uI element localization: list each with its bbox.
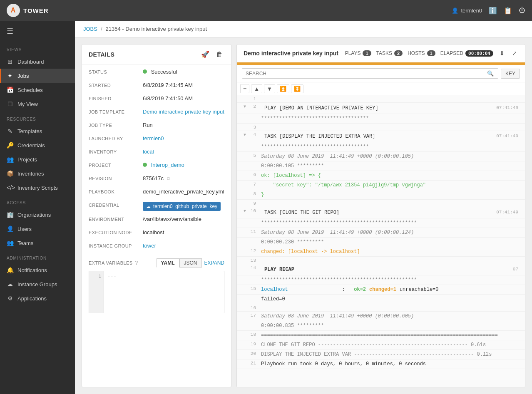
scroll-bottom-button[interactable]: ⏬: [291, 84, 303, 93]
line-number: [247, 143, 256, 144]
users-icon: 👤: [7, 225, 13, 232]
log-line: 6ok: [localhost] => {: [237, 171, 525, 181]
line-content: ok: [localhost] => {: [258, 171, 525, 180]
dashboard-icon: ⊞: [7, 58, 13, 65]
download-button[interactable]: ⬇: [498, 49, 506, 58]
line-toggle[interactable]: ▼: [244, 208, 246, 213]
inventory-link[interactable]: local: [143, 149, 154, 155]
details-row-launched-by: LAUNCHED BY termlen0: [82, 133, 231, 146]
help-icon[interactable]: ?: [135, 260, 138, 266]
output-panel: Demo interactive private key input PLAYS…: [236, 44, 525, 387]
sidebar-item-instance-groups[interactable]: ☁ Instance Groups: [0, 277, 75, 291]
yaml-tab[interactable]: YAML: [157, 258, 179, 268]
sidebar-item-label: Schedules: [17, 87, 43, 93]
line-number: 6: [247, 172, 256, 177]
inventories-icon: 📦: [7, 170, 13, 177]
sidebar-item-myview[interactable]: ☐ My View: [0, 97, 75, 111]
launch-button[interactable]: 🚀: [199, 50, 211, 59]
elapsed-label: ELAPSED: [440, 50, 463, 56]
recap-unreachable-value: unreachable=0: [400, 287, 439, 292]
log-line: 16: [237, 304, 525, 312]
sidebar-item-label: Templates: [17, 128, 42, 134]
sidebar-item-credentials[interactable]: 🔑 Credentials: [0, 138, 75, 152]
log-line: 13: [237, 257, 525, 264]
plays-count: 1: [363, 50, 371, 56]
details-row-project: PROJECT Interop_demo: [82, 159, 231, 173]
json-tab[interactable]: JSON: [179, 258, 202, 268]
sidebar: ☰ VIEWS ⊞ Dashboard ✦ Jobs 📅 Schedules ☐…: [0, 21, 75, 394]
info-icon[interactable]: ℹ️: [489, 7, 497, 15]
scroll-up-button[interactable]: ▲: [251, 84, 262, 93]
line-gutter: 14: [237, 264, 258, 275]
line-content: [258, 95, 525, 102]
sidebar-item-label: Notifications: [17, 267, 47, 273]
expand-button[interactable]: EXPAND: [204, 260, 224, 266]
sidebar-item-teams[interactable]: 👥 Teams: [0, 236, 75, 250]
delete-button[interactable]: 🗑: [214, 50, 224, 59]
instance-group-value: tower: [143, 243, 224, 249]
scroll-top-button[interactable]: ⏫: [277, 84, 289, 93]
clipboard-icon[interactable]: 📋: [504, 7, 512, 15]
collapse-all-button[interactable]: −: [240, 84, 249, 93]
line-number: 1: [247, 96, 256, 102]
job-template-link[interactable]: Demo interactive private key input: [143, 109, 224, 115]
sidebar-item-label: Applications: [17, 295, 47, 302]
details-table: STATUS Successful STARTED 6/8/2019 7:41:…: [82, 64, 231, 255]
sidebar-item-dashboard[interactable]: ⊞ Dashboard: [0, 55, 75, 69]
sidebar-item-projects[interactable]: 👥 Projects: [0, 152, 75, 166]
line-content: ****************************************…: [258, 218, 525, 228]
launched-by-link[interactable]: termlen0: [143, 135, 164, 141]
search-button[interactable]: 🔍: [486, 70, 495, 77]
applications-icon: ⚙: [7, 295, 13, 302]
environment-label: ENVIRONMENT: [89, 216, 143, 222]
line-gutter: 11: [237, 228, 258, 237]
logo-icon: A: [7, 4, 20, 17]
breadcrumb: JOBS / 21354 - Demo interactive private …: [75, 21, 532, 37]
log-line: 3: [237, 124, 525, 131]
sidebar-item-schedules[interactable]: 📅 Schedules: [0, 83, 75, 97]
power-icon[interactable]: ⏻: [519, 7, 525, 14]
sidebar-item-label: Projects: [17, 156, 37, 163]
inventory-value: local: [143, 149, 224, 155]
sidebar-item-users[interactable]: 👤 Users: [0, 222, 75, 236]
sidebar-item-notifications[interactable]: 🔔 Notifications: [0, 263, 75, 277]
sidebar-item-applications[interactable]: ⚙ Applications: [0, 291, 75, 305]
hamburger-menu[interactable]: ☰: [0, 21, 75, 42]
instance-group-link[interactable]: tower: [143, 243, 156, 249]
copy-icon[interactable]: ⧉: [167, 176, 170, 181]
project-link[interactable]: Interop_demo: [151, 162, 184, 168]
execution-node-value: localhost: [143, 229, 224, 235]
line-toggle[interactable]: ▼: [244, 132, 246, 137]
sidebar-item-templates[interactable]: ✎ Templates: [0, 124, 75, 138]
line-number: [247, 219, 256, 220]
line-gutter: ▼4: [237, 131, 258, 142]
search-input[interactable]: [246, 71, 486, 77]
app-logo[interactable]: A TOWER: [7, 4, 49, 17]
line-gutter: 16: [237, 304, 258, 311]
line-content: [258, 257, 525, 264]
recap-host: localhost: [261, 287, 342, 292]
playbook-value: demo_interactive_private_key.yml: [143, 188, 224, 195]
user-info[interactable]: 👤 termlen0: [452, 7, 482, 14]
line-number: 10: [247, 208, 256, 213]
key-button[interactable]: KEY: [501, 69, 520, 79]
line-content: "secret_key": "/tmp/awx_21354_pi4gjlg9/t…: [258, 181, 525, 190]
line-gutter: [237, 321, 258, 330]
sidebar-item-inventories[interactable]: 📦 Inventories: [0, 166, 75, 181]
sidebar-item-jobs[interactable]: ✦ Jobs: [0, 69, 75, 83]
breadcrumb-jobs-link[interactable]: JOBS: [83, 26, 97, 32]
credential-badge[interactable]: ☁ termlen0_github_private_key: [143, 202, 221, 211]
sidebar-item-organizations[interactable]: 🏢 Organizations: [0, 208, 75, 222]
editor-content[interactable]: ---: [104, 271, 224, 313]
log-output[interactable]: 1▼2PLAY [DEMO AN INTERACTIVE PRIVATE KEY…: [237, 95, 525, 387]
scroll-down-button[interactable]: ▼: [264, 84, 275, 93]
notifications-icon: 🔔: [7, 267, 13, 273]
line-content: CLONE THE GIT REPO ---------------------…: [258, 340, 525, 349]
fullscreen-button[interactable]: ⤢: [511, 49, 518, 58]
finished-label: FINISHED: [89, 95, 143, 101]
organizations-icon: 🏢: [7, 211, 13, 218]
schedules-icon: 📅: [7, 87, 13, 93]
hosts-label: HOSTS: [408, 50, 425, 56]
sidebar-item-inventory-scripts[interactable]: </> Inventory Scripts: [0, 181, 75, 195]
line-toggle[interactable]: ▼: [244, 104, 246, 109]
